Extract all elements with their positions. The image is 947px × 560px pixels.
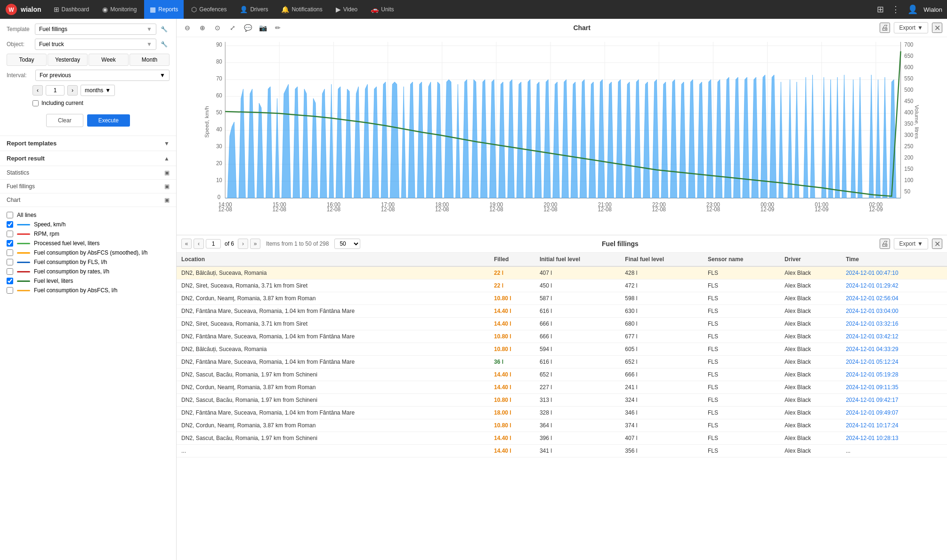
- annotation-btn[interactable]: 💬: [242, 22, 254, 34]
- report-item-fuel-fillings[interactable]: Fuel fillings ▣: [0, 180, 176, 193]
- nav-item-monitoring[interactable]: ◉ Monitoring: [97, 0, 142, 19]
- last-page-btn[interactable]: »: [250, 239, 260, 249]
- edit-btn[interactable]: ✏: [272, 22, 284, 34]
- clear-button[interactable]: Clear: [46, 114, 83, 127]
- col-time: Time: [841, 253, 947, 266]
- cell-final: 652 l: [620, 356, 703, 368]
- app-logo: W wialon: [5, 3, 41, 16]
- monitoring-icon: ◉: [102, 6, 108, 13]
- cell-location: DN2, Siret, Suceava, Romania, 3.71 km fr…: [177, 318, 489, 330]
- first-page-btn[interactable]: «: [181, 239, 192, 249]
- legend-checkbox-all-lines[interactable]: [7, 212, 13, 218]
- template-wrench-btn[interactable]: 🔧: [158, 24, 170, 35]
- nav-item-reports[interactable]: ▦ Reports: [144, 0, 184, 19]
- svg-text:12-08: 12-08: [598, 206, 612, 211]
- legend-checkbox-fuel-absfc[interactable]: [7, 287, 13, 294]
- report-templates-header[interactable]: Report templates ▼: [0, 136, 176, 151]
- zoom-in-btn[interactable]: ⊕: [196, 22, 209, 34]
- reports-icon: ▦: [150, 6, 156, 13]
- stepper-increment-btn[interactable]: ›: [67, 85, 78, 96]
- svg-text:Speed, km/h: Speed, km/h: [205, 106, 210, 137]
- legend-item-fuel-absfc[interactable]: Fuel consumption by AbsFCS, l/h: [7, 287, 170, 294]
- legend-checkbox-fuel-absfc-smooth[interactable]: [7, 249, 13, 256]
- page-input[interactable]: [206, 239, 221, 248]
- stepper-input[interactable]: [46, 85, 65, 96]
- legend-item-fuel-rates[interactable]: Fuel consumption by rates, l/h: [7, 268, 170, 275]
- legend-checkbox-processed-fuel[interactable]: [7, 240, 13, 247]
- date-tab-month[interactable]: Month: [130, 54, 170, 66]
- report-result-arrow: ▲: [164, 155, 170, 162]
- table-export-btn[interactable]: Export ▼: [894, 238, 928, 249]
- cell-sensor: FLS: [703, 305, 780, 318]
- user-account-icon[interactable]: 👤: [906, 2, 920, 16]
- legend-item-speed[interactable]: Speed, km/h: [7, 221, 170, 228]
- date-tab-week[interactable]: Week: [89, 54, 129, 66]
- more-options-icon[interactable]: ⋮: [890, 2, 902, 16]
- chart-print-btn[interactable]: 🖨: [880, 23, 890, 33]
- report-result-title: Report result: [7, 155, 45, 162]
- zoom-out-btn[interactable]: ⊖: [181, 22, 194, 34]
- date-tab-today[interactable]: Today: [7, 54, 47, 66]
- nav-item-drivers[interactable]: 👤 Drivers: [234, 0, 274, 19]
- cell-sensor: FLS: [703, 432, 780, 445]
- nav-item-video[interactable]: ▶ Video: [330, 0, 363, 19]
- legend-item-fuel-level[interactable]: Fuel level, liters: [7, 278, 170, 284]
- legend-item-fuel-fls[interactable]: Fuel consumption by FLS, l/h: [7, 259, 170, 265]
- legend-item-fuel-absfc-smooth[interactable]: Fuel consumption by AbsFCS (smoothed), l…: [7, 249, 170, 256]
- camera-btn[interactable]: 📷: [257, 22, 269, 34]
- grid-apps-icon[interactable]: ⊞: [875, 2, 886, 16]
- object-select[interactable]: Fuel truck ▼: [35, 39, 156, 50]
- svg-text:12-08: 12-08: [218, 206, 232, 211]
- legend-checkbox-fuel-level[interactable]: [7, 278, 13, 284]
- svg-text:12-09: 12-09: [869, 206, 882, 211]
- legend-checkbox-fuel-fls[interactable]: [7, 259, 13, 265]
- legend-line-fuel-absfc: [17, 290, 30, 291]
- legend-item-processed-fuel[interactable]: Processed fuel level, liters: [7, 240, 170, 247]
- chart-close-btn[interactable]: ✕: [932, 23, 942, 33]
- legend-checkbox-fuel-rates[interactable]: [7, 268, 13, 275]
- cell-driver: Alex Black: [780, 292, 841, 305]
- chart-toolbar-wrap: ⊖ ⊕ ⊙ ⤢ 💬 📷 ✏ Chart 🖨 Export ▼ ✕: [177, 19, 947, 37]
- cell-initial: 407 l: [535, 266, 620, 280]
- legend-checkbox-rpm[interactable]: [7, 231, 13, 237]
- cell-driver: Alex Black: [780, 419, 841, 432]
- cell-final: 324 l: [620, 394, 703, 407]
- execute-button[interactable]: Execute: [87, 114, 130, 127]
- including-current-checkbox[interactable]: [32, 100, 39, 106]
- prev-page-btn[interactable]: ‹: [194, 239, 204, 249]
- nav-item-geofences[interactable]: ⬡ Geofences: [186, 0, 232, 19]
- legend-checkbox-speed[interactable]: [7, 221, 13, 228]
- table-print-btn[interactable]: 🖨: [880, 239, 890, 249]
- period-select[interactable]: months ▼: [81, 85, 115, 96]
- report-item-chart[interactable]: Chart ▣: [0, 193, 176, 207]
- fullscreen-btn[interactable]: ⤢: [227, 22, 239, 34]
- object-wrench-btn[interactable]: 🔧: [158, 39, 170, 50]
- chart-export-btn[interactable]: Export ▼: [894, 22, 928, 33]
- nav-label-dashboard: Dashboard: [62, 6, 89, 13]
- per-page-select[interactable]: 50 100 200: [334, 239, 360, 249]
- nav-item-dashboard[interactable]: ⊞ Dashboard: [48, 0, 95, 19]
- notifications-icon: 🔔: [281, 6, 289, 13]
- legend-item-all-lines[interactable]: All lines: [7, 212, 170, 218]
- cell-final: 605 l: [620, 343, 703, 356]
- units-icon: 🚗: [371, 6, 379, 13]
- nav-item-notifications[interactable]: 🔔 Notifications: [275, 0, 328, 19]
- cell-sensor: FLS: [703, 330, 780, 343]
- interval-select[interactable]: For previous ▼: [35, 70, 170, 81]
- next-page-btn[interactable]: ›: [238, 239, 248, 249]
- cell-sensor: FLS: [703, 445, 780, 457]
- date-tab-yesterday[interactable]: Yesterday: [48, 54, 88, 66]
- table-close-btn[interactable]: ✕: [932, 239, 942, 249]
- stepper-decrement-btn[interactable]: ‹: [32, 85, 43, 96]
- cell-initial: 652 l: [535, 368, 620, 381]
- zoom-reset-btn[interactable]: ⊙: [211, 22, 224, 34]
- nav-label-units: Units: [381, 6, 394, 13]
- report-item-statistics[interactable]: Statistics ▣: [0, 166, 176, 180]
- table-header-row: Location Filled Initial fuel level Final…: [177, 253, 947, 266]
- template-select[interactable]: Fuel fillings ▼: [35, 24, 156, 35]
- legend-item-rpm[interactable]: RPM, rpm: [7, 231, 170, 237]
- svg-text:Volume, litres: Volume, litres: [914, 105, 919, 139]
- nav-item-units[interactable]: 🚗 Units: [365, 0, 399, 19]
- report-result-header[interactable]: Report result ▲: [0, 151, 176, 166]
- table-row: DN2, Fântâna Mare, Suceava, Romania, 1.0…: [177, 356, 947, 368]
